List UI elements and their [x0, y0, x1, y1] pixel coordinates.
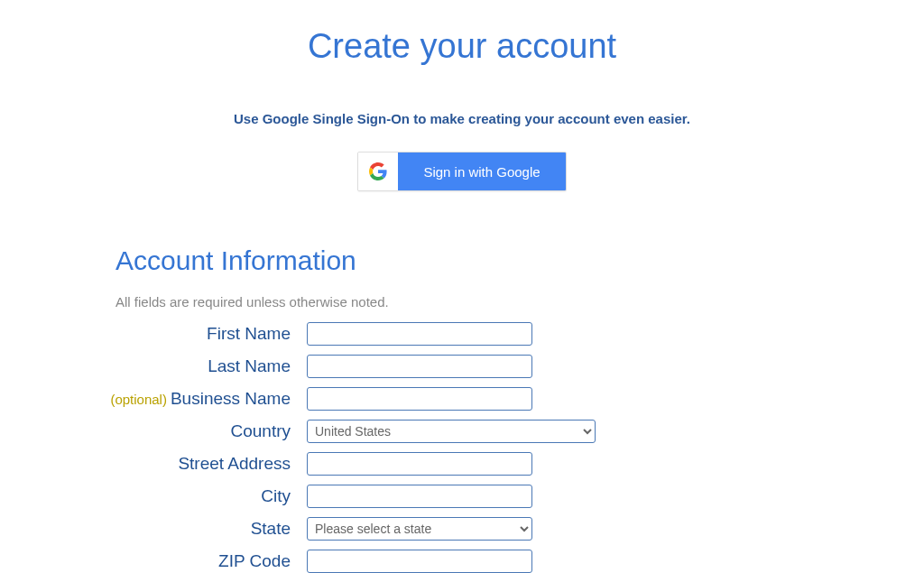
- zip-field[interactable]: [307, 550, 532, 573]
- last-name-label: Last Name: [0, 356, 307, 376]
- street-field[interactable]: [307, 452, 532, 476]
- state-select[interactable]: Please select a state: [307, 517, 532, 541]
- state-label: State: [0, 519, 307, 539]
- required-fields-note: All fields are required unless otherwise…: [116, 294, 924, 310]
- city-label: City: [0, 486, 307, 506]
- optional-tag: (optional): [110, 392, 167, 407]
- zip-label: ZIP Code: [0, 551, 307, 571]
- sso-helper-text: Use Google Single Sign-On to make creati…: [0, 111, 924, 126]
- google-signin-button[interactable]: Sign in with Google: [357, 152, 566, 191]
- street-label: Street Address: [0, 454, 307, 474]
- business-name-field[interactable]: [307, 387, 532, 411]
- first-name-label: First Name: [0, 324, 307, 344]
- last-name-field[interactable]: [307, 355, 532, 378]
- city-field[interactable]: [307, 485, 532, 508]
- country-label: Country: [0, 421, 307, 441]
- page-title: Create your account: [0, 0, 924, 111]
- country-select[interactable]: United States: [307, 420, 596, 443]
- google-icon: [358, 152, 398, 191]
- account-info-heading: Account Information: [116, 245, 924, 276]
- business-name-label: (optional)Business Name: [0, 389, 307, 409]
- google-signin-label: Sign in with Google: [398, 152, 565, 191]
- first-name-field[interactable]: [307, 322, 532, 346]
